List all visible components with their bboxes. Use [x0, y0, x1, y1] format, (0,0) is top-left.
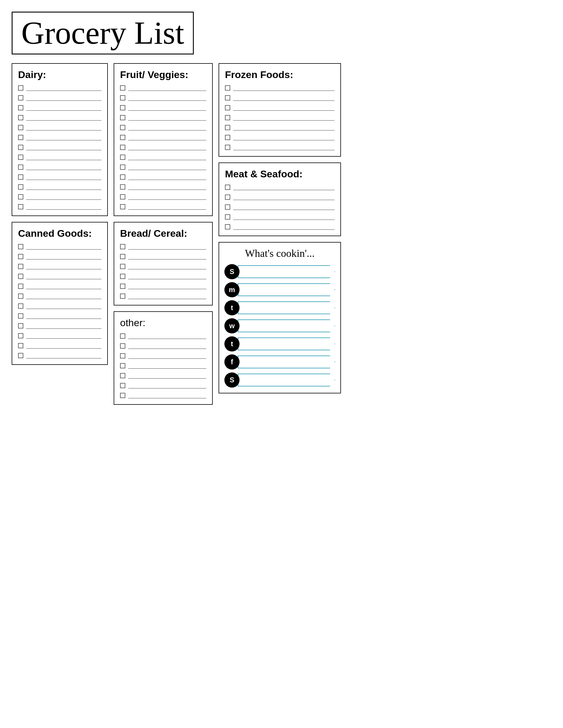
list-item [18, 343, 101, 349]
line [233, 224, 335, 230]
checkbox[interactable] [18, 274, 23, 279]
list-item [18, 254, 101, 259]
frozen-foods-list [225, 85, 335, 150]
checkbox[interactable] [120, 284, 125, 289]
checkbox[interactable] [18, 174, 23, 180]
checkbox[interactable] [225, 135, 230, 140]
day-arrow[interactable] [238, 265, 335, 278]
line [26, 254, 101, 259]
day-arrow[interactable] [238, 319, 335, 332]
checkbox[interactable] [18, 95, 23, 100]
checkbox[interactable] [18, 284, 23, 289]
list-item [225, 115, 335, 121]
day-arrow[interactable] [238, 374, 335, 386]
list-item [120, 95, 206, 101]
day-arrow[interactable] [238, 338, 335, 350]
checkbox[interactable] [120, 274, 125, 279]
checkbox[interactable] [18, 184, 23, 190]
list-item [18, 154, 101, 160]
line [128, 204, 206, 210]
checkbox[interactable] [225, 95, 230, 100]
checkbox[interactable] [225, 214, 230, 220]
checkbox[interactable] [120, 254, 125, 259]
checkbox[interactable] [18, 323, 23, 328]
checkbox[interactable] [120, 85, 125, 91]
checkbox[interactable] [120, 343, 125, 349]
day-arrow[interactable] [238, 283, 335, 296]
list-item [225, 105, 335, 111]
checkbox[interactable] [120, 294, 125, 299]
checkbox[interactable] [120, 353, 125, 358]
checkbox[interactable] [18, 125, 23, 130]
checkbox[interactable] [120, 95, 125, 100]
checkbox[interactable] [120, 393, 125, 398]
checkbox[interactable] [225, 185, 230, 190]
right-column: Frozen Foods: Meat & Seafood: [218, 63, 341, 393]
line [26, 194, 101, 200]
other-section: other: [114, 311, 213, 405]
checkbox[interactable] [18, 294, 23, 299]
line [233, 85, 335, 91]
checkbox[interactable] [120, 105, 125, 110]
line [233, 105, 335, 111]
line [128, 343, 206, 349]
checkbox[interactable] [120, 244, 125, 249]
line [128, 393, 206, 398]
checkbox[interactable] [225, 85, 230, 91]
checkbox[interactable] [18, 105, 23, 110]
checkbox[interactable] [225, 115, 230, 120]
checkbox[interactable] [120, 155, 125, 160]
checkbox[interactable] [120, 125, 125, 130]
checkbox[interactable] [225, 195, 230, 200]
whats-cookin-title: What's cookin'... [224, 247, 335, 259]
checkbox[interactable] [18, 244, 23, 249]
frozen-foods-title: Frozen Foods: [225, 69, 335, 80]
checkbox[interactable] [18, 313, 23, 319]
day-arrow[interactable] [238, 356, 335, 368]
checkbox[interactable] [18, 135, 23, 140]
checkbox[interactable] [18, 165, 23, 170]
checkbox[interactable] [18, 204, 23, 209]
checkbox[interactable] [120, 383, 125, 388]
checkbox[interactable] [225, 145, 230, 150]
checkbox[interactable] [18, 353, 23, 358]
checkbox[interactable] [18, 333, 23, 338]
list-item [18, 115, 101, 121]
line [128, 283, 206, 289]
day-arrow[interactable] [238, 301, 335, 314]
checkbox[interactable] [18, 194, 23, 199]
line [128, 154, 206, 160]
list-item [120, 383, 206, 388]
checkbox[interactable] [18, 115, 23, 120]
checkbox[interactable] [225, 224, 230, 229]
checkbox[interactable] [18, 85, 23, 91]
list-item [120, 244, 206, 250]
list-item [120, 144, 206, 150]
list-item [225, 144, 335, 150]
checkbox[interactable] [18, 343, 23, 348]
checkbox[interactable] [18, 254, 23, 259]
fruit-veggies-title: Fruit/ Veggies: [120, 69, 206, 80]
checkbox[interactable] [18, 145, 23, 150]
checkbox[interactable] [120, 264, 125, 269]
checkbox[interactable] [120, 184, 125, 190]
checkbox[interactable] [18, 303, 23, 309]
checkbox[interactable] [120, 333, 125, 339]
checkbox[interactable] [225, 204, 230, 210]
dairy-title: Dairy: [18, 69, 101, 80]
checkbox[interactable] [120, 373, 125, 378]
checkbox[interactable] [120, 204, 125, 209]
checkbox[interactable] [18, 155, 23, 160]
checkbox[interactable] [120, 165, 125, 170]
checkbox[interactable] [120, 135, 125, 140]
checkbox[interactable] [225, 125, 230, 130]
checkbox[interactable] [120, 115, 125, 120]
checkbox[interactable] [120, 363, 125, 368]
meat-seafood-list [225, 184, 335, 230]
checkbox[interactable] [225, 105, 230, 110]
checkbox[interactable] [120, 145, 125, 150]
line [233, 194, 335, 200]
checkbox[interactable] [120, 174, 125, 180]
checkbox[interactable] [120, 194, 125, 199]
checkbox[interactable] [18, 264, 23, 269]
